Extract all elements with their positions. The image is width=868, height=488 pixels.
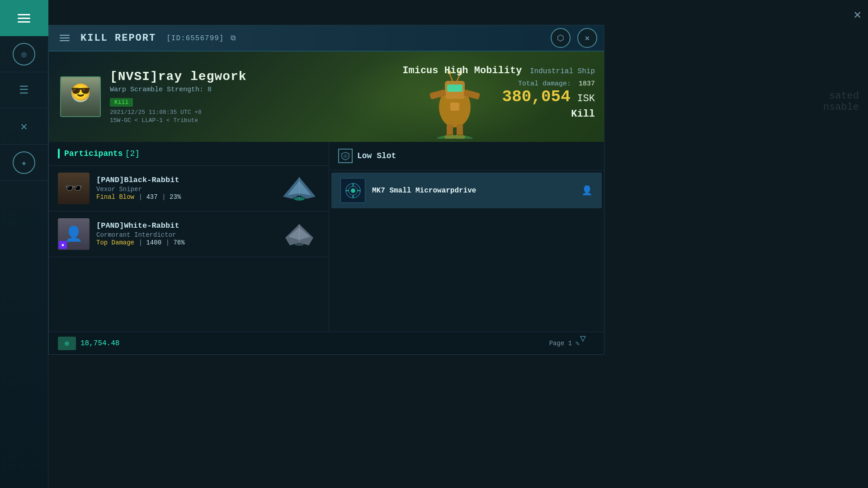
isk-label: ISK: [577, 93, 595, 104]
star-icon: ★: [13, 151, 35, 174]
participant-face-2: 👤 ◆: [58, 218, 90, 250]
participant-ship-image-2: [279, 221, 320, 248]
app-close-button[interactable]: ✕: [854, 7, 861, 22]
slot-header: Low Slot: [329, 142, 604, 170]
isk-row: 380,054 ISK: [402, 88, 595, 106]
sidebar-item-star[interactable]: ★: [0, 145, 48, 181]
panel-close-icon: ✕: [585, 33, 590, 43]
participant-info-1: [PAND]Black-Rabbit Vexor Sniper Final Bl…: [96, 176, 272, 201]
svg-point-14: [437, 135, 473, 139]
svg-point-22: [295, 243, 304, 246]
panel-id: [ID:6556799] ⧉: [166, 34, 236, 42]
edit-icon[interactable]: ✎: [576, 339, 580, 348]
hamburger-icon: [18, 14, 30, 23]
damage-value-1: 437: [146, 193, 157, 201]
participants-bar-accent: [58, 149, 60, 159]
filter-icon[interactable]: ▽: [580, 333, 586, 345]
damage-sep2: |: [162, 193, 170, 201]
participant-row[interactable]: 🕶️ [PAND]Black-Rabbit Vexor Sniper Final…: [49, 166, 329, 211]
participant-damage-1: Final Blow | 437 | 23%: [96, 193, 272, 201]
background-text: sated nsable: [823, 90, 859, 113]
participants-panel: Participants [2] 🕶️ [PAND]Black-Rabbit V…: [49, 142, 329, 332]
kill-badge: Kill: [110, 98, 133, 107]
victim-avatar: [60, 76, 101, 117]
participant-damage-2: Top Damage | 1400 | 76%: [96, 239, 272, 247]
participant-ship-1: Vexor Sniper: [96, 186, 272, 193]
bg-text-line1: sated: [823, 90, 859, 102]
damage-separator: |: [139, 193, 146, 201]
participant-name-2: [PAND]White-Rabbit: [96, 221, 272, 230]
damage-separator2: |: [139, 239, 146, 246]
participant-ship-2: Cormorant Interdictor: [96, 231, 272, 239]
participant-avatar-1: 🕶️: [58, 173, 90, 204]
participant-badge: ◆: [59, 241, 67, 249]
mwd-svg: [344, 182, 362, 200]
sidebar-item-menu2[interactable]: ☰: [0, 72, 48, 108]
kill-banner: [NVSI]ray legwork Warp Scramble Strength…: [49, 52, 604, 142]
shield-svg: [341, 151, 350, 160]
bottom-time: 18,754.48: [80, 339, 119, 347]
close-x-icon: ✕: [20, 119, 28, 134]
bottom-bar: ◎ 18,754.48 Page 1 ✎ ▽: [49, 332, 604, 354]
vexor-ship-svg: [279, 176, 319, 201]
main-content: Participants [2] 🕶️ [PAND]Black-Rabbit V…: [49, 142, 604, 332]
character-icon: ◎: [13, 43, 35, 66]
person-icon: 👤: [581, 185, 593, 196]
kill-type: Kill: [402, 108, 595, 120]
panel-menu-button[interactable]: [56, 29, 74, 47]
participants-count: [2]: [125, 149, 140, 158]
participant-row-2[interactable]: 👤 ◆ [PAND]White-Rabbit Cormorant Interdi…: [49, 211, 329, 257]
isk-amount: 380,054: [502, 88, 571, 106]
sidebar-item-close[interactable]: ✕: [0, 108, 48, 145]
final-blow-label: Final Blow: [96, 193, 134, 201]
total-damage-row: Total damage: 1837: [402, 80, 595, 88]
svg-point-25: [351, 188, 355, 193]
equipment-icon-1: [340, 178, 365, 203]
participant-name-1: [PAND]Black-Rabbit: [96, 176, 272, 184]
equipment-panel: Low Slot MK7 Small Microwarp: [329, 142, 604, 332]
top-damage-label: Top Damage: [96, 239, 134, 246]
damage-value-2: 1400: [146, 239, 161, 246]
panel-header: KILL REPORT [ID:6556799] ⧉ ⬡ ✕: [49, 25, 604, 52]
hamburger2-icon: ☰: [19, 84, 29, 97]
share-button[interactable]: ⬡: [551, 28, 571, 48]
slot-shield-icon: [338, 149, 353, 163]
kill-report-panel: KILL REPORT [ID:6556799] ⧉ ⬡ ✕ [NVSI]ray…: [48, 25, 604, 355]
bottom-icon: ◎: [58, 337, 76, 350]
participant-face-1: 🕶️: [58, 173, 90, 204]
equipment-name-1: MK7 Small Microwarpdrive: [372, 187, 476, 195]
page-info: Page 1: [549, 340, 572, 347]
participants-header: Participants [2]: [49, 142, 329, 166]
kill-right-info: Imicus High Mobility Industrial Ship Tot…: [402, 65, 595, 120]
badge-icon: ◆: [61, 242, 64, 248]
sidebar-item-character[interactable]: ◎: [0, 36, 48, 72]
ship-type-name: Imicus High Mobility: [402, 65, 522, 76]
participant-info-2: [PAND]White-Rabbit Cormorant Interdictor…: [96, 221, 272, 247]
total-damage-value: 1837: [579, 80, 595, 88]
copy-icon[interactable]: ⧉: [231, 34, 236, 42]
participant-avatar-2: 👤 ◆: [58, 218, 90, 250]
participant-ship-image-1: [279, 175, 320, 202]
share-icon: ⬡: [557, 33, 564, 43]
cormorant-ship-svg: [279, 222, 319, 247]
victim-face: [61, 77, 100, 116]
damage-sep3: |: [166, 239, 174, 246]
sidebar-menu-button[interactable]: [0, 0, 48, 36]
slot-title: Low Slot: [357, 151, 396, 160]
bottom-icon-symbol: ◎: [65, 339, 69, 347]
bg-text-line2: nsable: [823, 102, 859, 113]
participants-title: Participants: [64, 149, 123, 158]
ship-type-class: Industrial Ship: [530, 67, 595, 75]
damage-pct-1: 23%: [170, 193, 181, 201]
panel-close-button[interactable]: ✕: [577, 28, 597, 48]
equipment-item[interactable]: MK7 Small Microwarpdrive 👤: [331, 173, 602, 208]
svg-point-18: [294, 197, 305, 201]
panel-title: KILL REPORT: [80, 33, 156, 44]
damage-pct-2: 76%: [173, 239, 184, 246]
sidebar: ◎ ☰ ✕ ★: [0, 0, 48, 488]
